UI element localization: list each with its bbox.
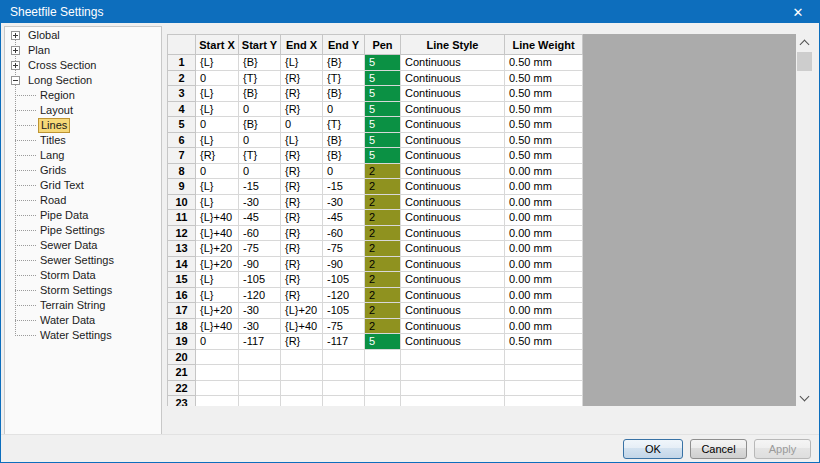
grid-cell[interactable] — [401, 349, 505, 365]
row-number[interactable]: 5 — [168, 117, 196, 133]
grid-cell[interactable]: 5 — [365, 132, 401, 148]
grid-cell[interactable]: Continuous — [401, 163, 505, 179]
grid-cell[interactable]: 0 — [239, 163, 281, 179]
grid-cell[interactable]: 0.00 mm — [505, 241, 583, 257]
grid-cell[interactable]: {B} — [239, 86, 281, 102]
row-number[interactable]: 7 — [168, 148, 196, 164]
grid-cell[interactable]: -75 — [239, 241, 281, 257]
grid-cell[interactable]: {L}+40 — [196, 210, 239, 226]
grid-cell[interactable]: 5 — [365, 70, 401, 86]
grid-cell[interactable]: {L} — [281, 55, 323, 71]
grid-cell[interactable]: 2 — [365, 225, 401, 241]
grid-cell[interactable]: {R} — [281, 194, 323, 210]
grid-cell[interactable]: 2 — [365, 210, 401, 226]
settings-tree[interactable]: GlobalPlanCross SectionLong SectionRegio… — [4, 26, 162, 435]
cancel-button[interactable]: Cancel — [690, 439, 747, 459]
grid-cell[interactable]: {T} — [323, 70, 365, 86]
expander-minus-icon[interactable] — [11, 76, 20, 85]
grid-cell[interactable]: -120 — [323, 287, 365, 303]
grid-cell[interactable]: 0.00 mm — [505, 179, 583, 195]
row-number[interactable]: 3 — [168, 86, 196, 102]
row-number[interactable]: 12 — [168, 225, 196, 241]
grid-cell[interactable]: -30 — [239, 303, 281, 319]
grid-cell[interactable] — [505, 396, 583, 407]
grid-cell[interactable]: 0 — [239, 132, 281, 148]
grid-cell[interactable] — [239, 396, 281, 407]
grid-cell[interactable] — [401, 380, 505, 396]
tree-item-terrain-string[interactable]: Terrain String — [5, 298, 161, 313]
grid-cell[interactable]: 0 — [323, 163, 365, 179]
grid-cell[interactable]: 2 — [365, 163, 401, 179]
grid-cell[interactable]: 2 — [365, 256, 401, 272]
tree-item-long-section[interactable]: Long Section — [5, 73, 161, 88]
grid-cell[interactable]: Continuous — [401, 225, 505, 241]
grid-cell[interactable]: {T} — [239, 70, 281, 86]
grid-cell[interactable]: -15 — [239, 179, 281, 195]
grid-cell[interactable]: {R} — [281, 241, 323, 257]
grid-cell[interactable] — [323, 380, 365, 396]
grid-cell[interactable]: {L} — [196, 86, 239, 102]
grid-cell[interactable]: 0.00 mm — [505, 318, 583, 334]
expander-plus-icon[interactable] — [11, 31, 20, 40]
grid-cell[interactable]: Continuous — [401, 256, 505, 272]
grid-cell[interactable]: {R} — [196, 148, 239, 164]
grid-cell[interactable]: {T} — [323, 117, 365, 133]
row-number[interactable]: 2 — [168, 70, 196, 86]
grid-cell[interactable]: {L}+20 — [196, 303, 239, 319]
grid-cell[interactable]: Continuous — [401, 101, 505, 117]
row-number[interactable]: 9 — [168, 179, 196, 195]
grid-cell[interactable]: {R} — [281, 148, 323, 164]
grid-cell[interactable]: {R} — [281, 101, 323, 117]
grid-cell[interactable]: 5 — [365, 101, 401, 117]
row-number[interactable]: 20 — [168, 349, 196, 365]
grid-cell[interactable]: Continuous — [401, 117, 505, 133]
tree-item-plan[interactable]: Plan — [5, 43, 161, 58]
grid-cell[interactable]: -117 — [239, 334, 281, 350]
grid-cell[interactable]: 0.00 mm — [505, 287, 583, 303]
grid-cell[interactable]: {R} — [281, 334, 323, 350]
grid-cell[interactable]: Continuous — [401, 179, 505, 195]
grid-cell[interactable]: {L}+20 — [196, 241, 239, 257]
tree-item-sewer-data[interactable]: Sewer Data — [5, 238, 161, 253]
grid-cell[interactable]: {L} — [196, 194, 239, 210]
grid-cell[interactable]: {B} — [239, 117, 281, 133]
grid-cell[interactable]: Continuous — [401, 132, 505, 148]
grid-cell[interactable]: 0 — [196, 70, 239, 86]
grid-cell[interactable] — [323, 365, 365, 381]
grid-cell[interactable]: {L} — [196, 55, 239, 71]
grid-cell[interactable] — [505, 380, 583, 396]
grid-cell[interactable]: {R} — [281, 210, 323, 226]
tree-item-titles[interactable]: Titles — [5, 133, 161, 148]
grid-cell[interactable]: Continuous — [401, 287, 505, 303]
grid-cell[interactable]: -15 — [323, 179, 365, 195]
grid-cell[interactable]: 0.50 mm — [505, 117, 583, 133]
grid-cell[interactable]: {R} — [281, 225, 323, 241]
row-number[interactable]: 8 — [168, 163, 196, 179]
grid-cell[interactable]: 0 — [323, 101, 365, 117]
grid-cell[interactable]: -60 — [323, 225, 365, 241]
grid-cell[interactable]: {R} — [281, 287, 323, 303]
grid-cell[interactable]: Continuous — [401, 241, 505, 257]
grid-cell[interactable]: {L} — [196, 272, 239, 288]
titlebar[interactable]: Sheetfile Settings ✕ — [1, 1, 819, 23]
grid-cell[interactable]: 5 — [365, 55, 401, 71]
grid-cell[interactable]: Continuous — [401, 55, 505, 71]
row-number[interactable]: 6 — [168, 132, 196, 148]
scroll-down-button[interactable] — [796, 389, 813, 406]
grid-cell[interactable]: 0.50 mm — [505, 70, 583, 86]
tree-item-sewer-settings[interactable]: Sewer Settings — [5, 253, 161, 268]
grid-cell[interactable] — [239, 349, 281, 365]
grid-cell[interactable] — [196, 349, 239, 365]
grid-cell[interactable]: 0.00 mm — [505, 303, 583, 319]
tree-item-lang[interactable]: Lang — [5, 148, 161, 163]
grid-cell[interactable]: {R} — [281, 272, 323, 288]
row-number[interactable]: 14 — [168, 256, 196, 272]
grid-cell[interactable]: 5 — [365, 86, 401, 102]
grid-cell[interactable] — [281, 380, 323, 396]
grid-cell[interactable]: 0.50 mm — [505, 86, 583, 102]
grid-cell[interactable]: -117 — [323, 334, 365, 350]
grid-cell[interactable]: Continuous — [401, 303, 505, 319]
grid-cell[interactable] — [505, 365, 583, 381]
grid-cell[interactable] — [239, 380, 281, 396]
grid-cell[interactable] — [196, 396, 239, 407]
